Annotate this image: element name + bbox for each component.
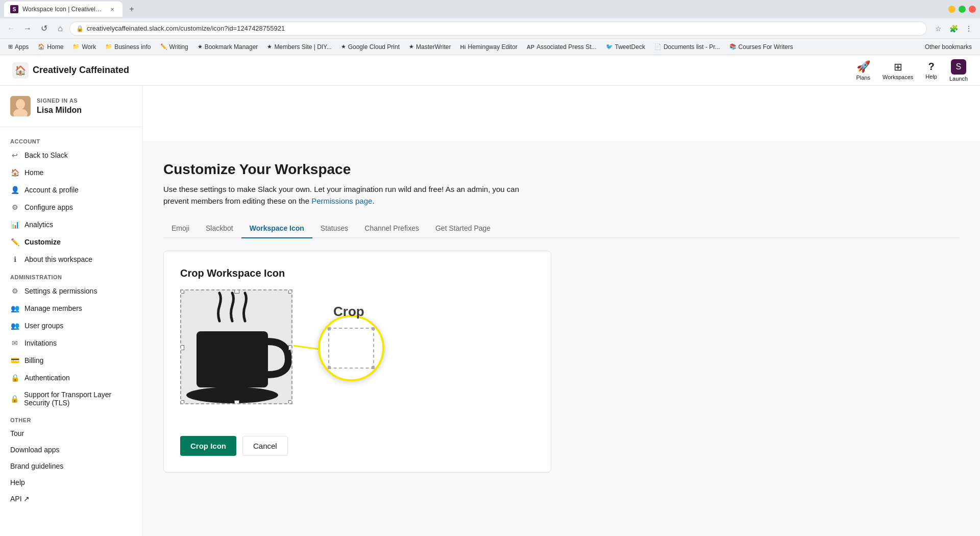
launch-action[interactable]: S Launch <box>949 59 968 82</box>
sidebar-item-brand-guidelines[interactable]: Brand guidelines <box>0 458 142 474</box>
tab-favicon: S <box>10 5 18 13</box>
user-groups-icon: 👥 <box>10 321 19 330</box>
sidebar-item-home[interactable]: 🏠 Home <box>0 164 142 181</box>
invitations-icon: ✉ <box>10 338 19 348</box>
bookmark-courses-for-writers[interactable]: 📚 Courses For Writers <box>725 42 797 52</box>
tab-statuses[interactable]: Statuses <box>312 219 356 238</box>
lock-icon: 🔒 <box>76 25 84 32</box>
coffee-icon <box>181 290 292 404</box>
sidebar-item-billing[interactable]: 💳 Billing <box>0 352 142 369</box>
account-section-label: ACCOUNT <box>0 132 142 147</box>
crop-handle-ml[interactable] <box>180 345 184 350</box>
customize-icon: ✏️ <box>10 237 19 247</box>
members-icon: 👥 <box>10 304 19 313</box>
chrome-menu-icon[interactable]: ⋮ <box>962 21 976 36</box>
sidebar-item-api[interactable]: API ↗ <box>0 491 142 507</box>
extension-icon[interactable]: 🧩 <box>946 21 961 36</box>
bookmark-hemingway[interactable]: Hi Hemingway Editor <box>456 42 521 52</box>
page-description: Use these settings to make Slack your ow… <box>163 184 541 207</box>
crop-handle-bm[interactable] <box>234 400 239 404</box>
crop-handle-tr[interactable] <box>288 289 292 294</box>
sidebar-item-configure-apps[interactable]: ⚙ Configure apps <box>0 199 142 216</box>
user-section: Signed in as Lisa Mildon <box>0 96 142 127</box>
browser-toolbar: ← → ↺ ⌂ 🔒 creativelycaffeinated.slack.co… <box>0 18 980 39</box>
crop-handle-tl[interactable] <box>180 289 184 294</box>
browser-tab[interactable]: S Workspace Icon | Creatively Caff... ✕ <box>4 2 122 17</box>
sidebar-item-back-to-slack[interactable]: ↩ Back to Slack <box>0 147 142 164</box>
sidebar-item-manage-members[interactable]: 👥 Manage members <box>0 300 142 317</box>
bookmark-star-icon[interactable]: ☆ <box>931 21 945 36</box>
crop-handle-tm[interactable] <box>234 289 239 294</box>
new-tab-button[interactable]: + <box>125 2 139 16</box>
svg-point-1 <box>16 99 25 109</box>
crop-handle-mr[interactable] <box>288 345 292 350</box>
bookmark-documents-list[interactable]: 📄 Documents list - Pr... <box>650 42 724 52</box>
page-title: Customize Your Workspace <box>163 161 960 178</box>
sidebar: Signed in as Lisa Mildon ACCOUNT ↩ Back … <box>0 86 143 536</box>
browser-frame: S Workspace Icon | Creatively Caff... ✕ … <box>0 0 980 536</box>
home-button[interactable]: ⌂ <box>53 21 67 36</box>
magnifier-crop-view <box>328 328 374 369</box>
bookmark-apps[interactable]: ⊞ Apps <box>4 42 33 52</box>
bookmark-tweetdeck[interactable]: 🐦 TweetDeck <box>602 42 649 52</box>
tab-slackbot[interactable]: Slackbot <box>198 219 241 238</box>
crop-handle-br[interactable] <box>288 400 292 404</box>
sidebar-item-help[interactable]: Help <box>0 474 142 491</box>
sidebar-item-authentication[interactable]: 🔒 Authentication <box>0 369 142 386</box>
sidebar-item-customize[interactable]: ✏️ Customize <box>0 233 142 251</box>
crop-handle-bl[interactable] <box>180 400 184 404</box>
workspaces-action[interactable]: ⊞ Workspaces <box>883 61 913 80</box>
plans-action[interactable]: 🚀 Plans <box>856 60 870 81</box>
sidebar-item-analytics[interactable]: 📊 Analytics <box>0 216 142 233</box>
bookmark-bookmark-manager[interactable]: ★ Bookmark Manager <box>193 42 262 52</box>
sidebar-item-account-profile[interactable]: 👤 Account & profile <box>0 181 142 199</box>
workspace-name: Creatively Caffeinated <box>33 65 129 76</box>
sidebar-item-user-groups[interactable]: 👥 User groups <box>0 317 142 334</box>
svg-point-4 <box>186 387 278 403</box>
address-bar[interactable]: 🔒 creativelycaffeinated.slack.com/custom… <box>69 21 927 36</box>
crop-icon-button[interactable]: Crop Icon <box>180 436 236 456</box>
window-close[interactable] <box>969 6 976 13</box>
window-minimize[interactable] <box>948 6 955 13</box>
bookmark-home[interactable]: 🏠 Home <box>34 42 67 52</box>
bookmark-writing[interactable]: ✏️ Writing <box>156 42 192 52</box>
sidebar-item-tour[interactable]: Tour <box>0 425 142 442</box>
bookmark-masterwriter[interactable]: ★ MasterWriter <box>405 42 455 52</box>
card-title: Crop Workspace Icon <box>180 267 534 279</box>
help-icon: ? <box>928 61 934 72</box>
tab-get-started-page[interactable]: Get Started Page <box>427 219 499 238</box>
bookmark-business-info[interactable]: 📁 Business info <box>101 42 155 52</box>
magnifier <box>318 315 384 381</box>
crop-image-container[interactable] <box>180 289 292 404</box>
sidebar-item-download-apps[interactable]: Download apps <box>0 442 142 458</box>
user-info: Signed in as Lisa Mildon <box>10 96 132 116</box>
sidebar-item-tls[interactable]: 🔒 Support for Transport Layer Security (… <box>0 386 142 411</box>
sidebar-item-settings-permissions[interactable]: ⚙ Settings & permissions <box>0 282 142 300</box>
tab-channel-prefixes[interactable]: Channel Prefixes <box>356 219 427 238</box>
bookmark-work[interactable]: 📁 Work <box>68 42 100 52</box>
tab-emoji[interactable]: Emoji <box>163 219 198 238</box>
permissions-link[interactable]: Permissions page <box>311 197 372 205</box>
analytics-icon: 📊 <box>10 220 19 229</box>
sidebar-item-about[interactable]: ℹ About this workspace <box>0 251 142 268</box>
bookmark-google-cloud-print[interactable]: ★ Google Cloud Print <box>337 42 404 52</box>
tls-icon: 🔒 <box>10 394 19 403</box>
sidebar-item-invitations[interactable]: ✉ Invitations <box>0 334 142 352</box>
info-icon: ℹ <box>10 255 19 264</box>
launch-icon: S <box>951 59 966 75</box>
bookmark-associated-press[interactable]: AP Associated Press St... <box>523 42 601 52</box>
tab-close-button[interactable]: ✕ <box>108 5 116 13</box>
cancel-button[interactable]: Cancel <box>242 436 288 456</box>
tab-workspace-icon[interactable]: Workspace Icon <box>241 219 312 238</box>
other-section-label: OTHER <box>0 411 142 425</box>
forward-button[interactable]: → <box>20 21 35 36</box>
auth-icon: 🔒 <box>10 373 19 382</box>
help-action[interactable]: ? Help <box>925 61 937 80</box>
bookmark-members-site[interactable]: ★ Members Site | DIY... <box>263 42 335 52</box>
other-bookmarks-button[interactable]: Other bookmarks <box>921 42 976 52</box>
window-maximize[interactable] <box>959 6 966 13</box>
top-nav-left: 🏠 Creatively Caffeinated <box>12 62 129 79</box>
crop-area[interactable]: Crop <box>180 289 435 422</box>
refresh-button[interactable]: ↺ <box>37 21 51 36</box>
back-button[interactable]: ← <box>4 21 18 36</box>
